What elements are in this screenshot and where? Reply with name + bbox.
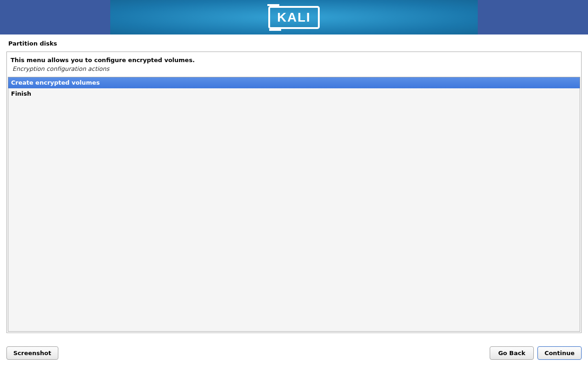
- svg-text:KALI: KALI: [277, 10, 311, 24]
- page-title: Partition disks: [0, 34, 588, 52]
- screenshot-button[interactable]: Screenshot: [6, 346, 58, 360]
- kali-logo-icon: KALI: [267, 4, 321, 31]
- continue-button[interactable]: Continue: [537, 346, 582, 360]
- subhead-text: Encryption configuration actions: [7, 64, 581, 75]
- instruction-text: This menu allows you to configure encryp…: [7, 52, 581, 64]
- option-create-encrypted-volumes[interactable]: Create encrypted volumes: [8, 77, 580, 88]
- header-bar: KALI: [0, 0, 588, 34]
- footer-bar: Screenshot Go Back Continue: [0, 343, 588, 368]
- go-back-button[interactable]: Go Back: [490, 346, 534, 360]
- main-frame: This menu allows you to configure encryp…: [6, 52, 582, 333]
- header-center: KALI: [110, 0, 478, 34]
- option-finish[interactable]: Finish: [8, 88, 580, 99]
- options-listbox[interactable]: Create encrypted volumes Finish: [8, 77, 580, 332]
